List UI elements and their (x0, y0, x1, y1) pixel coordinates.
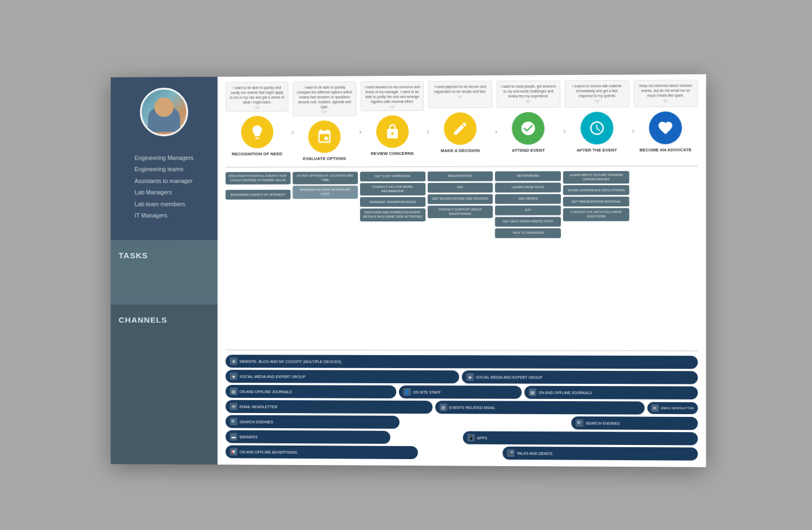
channel-events-email: @ EVENTS RELATED EMAIL (435, 401, 644, 415)
task-item: PAY (428, 182, 493, 192)
journal-icon-2: ▤ (529, 388, 536, 396)
channel-email-newsletter-2: ✉ EMAIL NEWSLETTER (647, 402, 698, 414)
channel-label: EMAIL NEWSLETTER (661, 406, 694, 409)
stage-quote-attend: I want to meet people, get answers to my… (496, 80, 560, 108)
channel-talks: 🎤 TALKS AND DEMOS (502, 446, 698, 460)
task-item: REGISTRATION (428, 171, 493, 181)
stage-icon-review (376, 115, 409, 148)
staff-icon: 👤 (403, 388, 411, 395)
poster: Engineering Managers Engineering teams A… (110, 74, 706, 467)
stage-quote-review: I need answers to my concerns and those … (361, 81, 424, 111)
channel-row-website: ⊕ WEBSITE, BLOG AND MY COCKPIT (MULTIPLE… (226, 355, 698, 369)
channels-sidebar-section: CHANNELS (110, 304, 217, 464)
journal-icon: ▤ (230, 387, 238, 395)
arrow-connector-5: › (564, 126, 566, 135)
channel-label: ON SITE STAFF (413, 390, 441, 394)
channel-row-search: 🔍 SEARCH ENGINES 🔍 SEARCH ENGINES (226, 415, 698, 430)
arrow-connector-3: › (427, 127, 430, 135)
stage-attend: I want to meet people, get answers to my… (496, 80, 560, 153)
social-icon: ◈ (230, 372, 238, 380)
persona-item: Lab team members (134, 198, 193, 210)
task-item: BOOKMARK EVENTS OF INTEREST (226, 189, 291, 199)
channel-advertising: 📢 ON AND OFFLINE ADVERTISING (226, 445, 418, 459)
channel-label: SEARCH ENGINES (586, 421, 620, 424)
persona-item: Engineering teams (134, 163, 193, 175)
channels-area: ⊕ WEBSITE, BLOG AND MY COCKPIT (MULTIPLE… (218, 352, 706, 467)
task-item: CONTACT SUPPORT ABOUT REGISTERING (428, 205, 493, 218)
social-icon-2: ◈ (466, 373, 474, 381)
stage-evaluate: I want to be able to quickly compare the… (293, 81, 356, 162)
stage-label-advocate: BECOME AN ADVOCATE (639, 147, 691, 153)
channel-row-journals: ▤ ON AND OFFLINE JOURNALS 👤 ON SITE STAF… (226, 384, 698, 399)
stage-icon-attend (512, 112, 545, 144)
task-col-4: REGISTRATION PAY GET NOTIFICATIONS AND U… (428, 171, 493, 345)
channel-apps: 📱 APPS (463, 431, 698, 445)
task-col-2: FILTER OPTIONS BY LOCATION AND TIME MANA… (293, 172, 358, 345)
arrow-connector-2: › (359, 127, 362, 136)
channel-label: WEBSITE, BLOG AND MY COCKPIT (MULTIPLE D… (239, 359, 341, 363)
channel-label: EVENTS RELATED EMAIL (449, 405, 495, 409)
sidebar: Engineering Managers Engineering teams A… (110, 76, 217, 464)
arrow-connector-6: › (632, 126, 634, 135)
channels-divider (226, 349, 698, 351)
task-item: GET COST APPROVED (360, 171, 425, 181)
task-grid: DISCOVER POTENTIAL EVENTS THAT COULD PRO… (226, 171, 698, 346)
channel-label: EMAIL NEWSLETTER (239, 404, 277, 408)
task-item: TALK TO SPEAKERS (495, 228, 561, 238)
task-item: FILTER OPTIONS BY LOCATION AND TIME (293, 172, 358, 185)
stage-quote-decision: I need payment to be secure and registra… (428, 81, 492, 108)
stage-quote-after: I expect to receive talk material immedi… (565, 80, 629, 107)
channel-staff: 👤 ON SITE STAFF (399, 385, 522, 398)
task-col-5: NETWORKING LEARN FROM TALKS SEE DEMOS EA… (495, 171, 561, 345)
persona-list: Engineering Managers Engineering teams A… (127, 144, 202, 230)
stage-label-decision: MAKE A DECISION (441, 148, 480, 154)
channel-label: BANNERS (239, 435, 258, 439)
tasks-area: DISCOVER POTENTIAL EVENTS THAT COULD PRO… (218, 168, 706, 349)
channel-journals-2: ▤ ON AND OFFLINE JOURNALS (525, 385, 698, 399)
task-item: DISCOVER POTENTIAL EVENTS THAT COULD PRO… (226, 172, 291, 185)
persona-item: Engineering Managers (134, 152, 193, 164)
search-icon: 🔍 (230, 417, 238, 425)
channel-email-newsletter-1: ✉ EMAIL NEWSLETTER (226, 400, 433, 413)
stage-decision: I need payment to be secure and registra… (428, 81, 492, 154)
task-item: LEARN ABOUT FUTURE TRAINING OPPORTUNITIE… (563, 171, 629, 184)
globe-icon: ⊕ (230, 357, 238, 365)
channel-row-social: ◈ SOCIAL MEDIA AND EXPERT GROUP ◈ SOCIAL… (226, 370, 698, 384)
stage-icon-decision (444, 112, 476, 145)
task-item: GET HELP FROM ONSITE STAFF (495, 217, 561, 226)
task-item: SEE DEMOS (495, 194, 561, 204)
stage-quote-evaluate: I want to be able to quickly compare the… (293, 81, 356, 116)
stage-icon-after (580, 112, 613, 145)
task-item: ARRANGE TRANSPORTATION (360, 197, 425, 207)
stage-label-attend: ATTEND EVENT (512, 148, 545, 154)
banner-icon: ▬ (230, 433, 238, 440)
stage-label-review: REVIEW CONCERNS (371, 151, 414, 157)
stage-label-evaluate: EVALUATE OPTIONS (303, 156, 346, 162)
stage-icon-evaluate (309, 120, 341, 153)
stage-label-recognition: RECOGNITION OF NEED (232, 152, 282, 158)
task-col-3: GET COST APPROVED CONTACT AXL FOR MORE I… (360, 171, 425, 345)
channel-search-1: 🔍 SEARCH ENGINES (226, 415, 400, 428)
task-item: CONTACT AXL WITH FOLLOWUP QUESTIONS (563, 208, 629, 221)
arrow-connector-1: › (291, 127, 294, 136)
persona-item: IT Managers (134, 210, 193, 221)
channels-label: CHANNELS (119, 315, 167, 324)
channel-row-advertising: 📢 ON AND OFFLINE ADVERTISING 🎤 TALKS AND… (226, 445, 698, 460)
task-col-7 (632, 171, 698, 346)
stage-after: I expect to receive talk material immedi… (565, 80, 629, 153)
tasks-label: TASKS (119, 251, 148, 260)
channel-label: TALKS AND DEMOS (517, 451, 553, 455)
avatar (140, 87, 188, 136)
stage-recognition: I want to be able to quickly and easily … (226, 82, 289, 158)
task-item: NETWORKING (495, 171, 561, 181)
channel-banners: ▬ BANNERS (226, 430, 390, 443)
channel-row-banners: ▬ BANNERS 📱 APPS (226, 430, 698, 445)
task-item: CONTACT AXL FOR MORE INFORMATION (360, 182, 425, 195)
task-item: EAT (495, 205, 561, 215)
channel-website: ⊕ WEBSITE, BLOG AND MY COCKPIT (MULTIPLE… (226, 355, 698, 369)
task-item: GET PRESENTATION MATERIAL (563, 197, 629, 206)
phone-icon: 📱 (467, 434, 475, 441)
task-item: GET NOTIFICATIONS AND UPDATES (428, 194, 493, 204)
task-item: SHARE EXPERIENCE WITH OTHERS (563, 185, 629, 195)
channel-social-2: ◈ SOCIAL MEDIA AND EXPERT GROUP (462, 370, 698, 384)
